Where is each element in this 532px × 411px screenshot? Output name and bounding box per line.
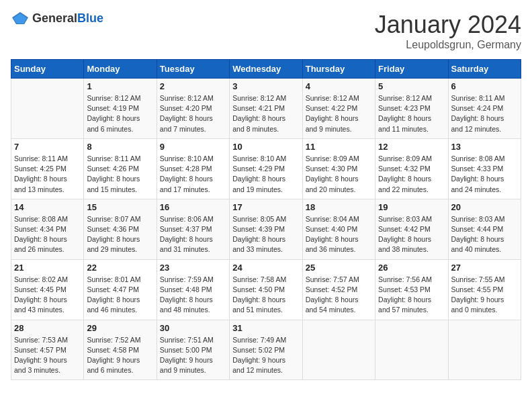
day-info: Sunrise: 8:05 AM Sunset: 4:39 PM Dayligh… [232,214,299,255]
calendar-cell: 11Sunrise: 8:09 AM Sunset: 4:30 PM Dayli… [302,138,375,199]
calendar-cell: 10Sunrise: 8:10 AM Sunset: 4:29 PM Dayli… [230,138,302,199]
calendar-cell: 30Sunrise: 7:51 AM Sunset: 5:00 PM Dayli… [157,320,229,380]
day-number: 22 [87,263,153,273]
header: GeneralBlue January 2024 Leupoldsgrun, G… [11,11,521,51]
title-area: January 2024 Leupoldsgrun, Germany [375,11,521,51]
calendar-cell: 15Sunrise: 8:07 AM Sunset: 4:36 PM Dayli… [84,199,157,259]
day-number: 15 [87,202,153,212]
day-info: Sunrise: 8:10 AM Sunset: 4:28 PM Dayligh… [160,154,226,195]
calendar-cell: 12Sunrise: 8:09 AM Sunset: 4:32 PM Dayli… [375,138,448,199]
day-info: Sunrise: 8:12 AM Sunset: 4:23 PM Dayligh… [378,93,445,134]
day-number: 18 [306,202,372,212]
logo-text: GeneralBlue [32,11,103,26]
day-number: 20 [451,202,518,212]
logo-general: General [32,11,77,25]
calendar-cell [375,320,448,380]
calendar-body: 1Sunrise: 8:12 AM Sunset: 4:19 PM Daylig… [11,79,521,380]
calendar-cell: 3Sunrise: 8:12 AM Sunset: 4:21 PM Daylig… [230,79,302,139]
day-info: Sunrise: 8:11 AM Sunset: 4:24 PM Dayligh… [451,93,518,134]
calendar-cell: 26Sunrise: 7:56 AM Sunset: 4:53 PM Dayli… [375,259,448,320]
day-number: 2 [160,81,226,91]
day-info: Sunrise: 8:12 AM Sunset: 4:19 PM Dayligh… [87,93,153,134]
day-info: Sunrise: 8:08 AM Sunset: 4:34 PM Dayligh… [14,214,81,255]
day-info: Sunrise: 8:03 AM Sunset: 4:42 PM Dayligh… [378,214,445,255]
day-number: 12 [378,142,445,152]
day-number: 13 [451,142,518,152]
calendar-cell: 5Sunrise: 8:12 AM Sunset: 4:23 PM Daylig… [375,79,448,139]
day-info: Sunrise: 8:07 AM Sunset: 4:36 PM Dayligh… [87,214,153,255]
day-number: 14 [14,202,81,212]
logo: GeneralBlue [11,11,103,26]
calendar-cell: 22Sunrise: 8:01 AM Sunset: 4:47 PM Dayli… [84,259,157,320]
month-title: January 2024 [375,11,521,39]
day-number: 23 [160,263,226,273]
calendar-cell: 8Sunrise: 8:11 AM Sunset: 4:26 PM Daylig… [84,138,157,199]
day-info: Sunrise: 7:58 AM Sunset: 4:50 PM Dayligh… [232,275,299,316]
calendar-cell [448,320,521,380]
calendar-header-sunday: Sunday [11,60,84,79]
day-info: Sunrise: 7:56 AM Sunset: 4:53 PM Dayligh… [378,275,445,316]
calendar-week-row: 21Sunrise: 8:02 AM Sunset: 4:45 PM Dayli… [11,259,521,320]
day-number: 21 [14,263,81,273]
calendar-cell [11,79,84,139]
day-number: 30 [160,323,226,333]
day-info: Sunrise: 8:02 AM Sunset: 4:45 PM Dayligh… [14,275,81,316]
day-number: 6 [451,81,518,91]
day-number: 5 [378,81,445,91]
day-info: Sunrise: 7:52 AM Sunset: 4:58 PM Dayligh… [87,335,153,376]
calendar-week-row: 7Sunrise: 8:11 AM Sunset: 4:25 PM Daylig… [11,138,521,199]
calendar-cell: 27Sunrise: 7:55 AM Sunset: 4:55 PM Dayli… [448,259,521,320]
calendar-cell: 14Sunrise: 8:08 AM Sunset: 4:34 PM Dayli… [11,199,84,259]
day-number: 11 [306,142,372,152]
calendar-cell: 24Sunrise: 7:58 AM Sunset: 4:50 PM Dayli… [230,259,302,320]
day-info: Sunrise: 7:57 AM Sunset: 4:52 PM Dayligh… [306,275,372,316]
day-number: 27 [451,263,518,273]
calendar-cell: 2Sunrise: 8:12 AM Sunset: 4:20 PM Daylig… [157,79,229,139]
day-number: 25 [306,263,372,273]
day-info: Sunrise: 8:11 AM Sunset: 4:26 PM Dayligh… [87,154,153,195]
day-info: Sunrise: 8:03 AM Sunset: 4:44 PM Dayligh… [451,214,518,255]
day-info: Sunrise: 8:10 AM Sunset: 4:29 PM Dayligh… [232,154,299,195]
day-info: Sunrise: 7:53 AM Sunset: 4:57 PM Dayligh… [14,335,81,376]
calendar-cell: 23Sunrise: 7:59 AM Sunset: 4:48 PM Dayli… [157,259,229,320]
calendar-header-friday: Friday [375,60,448,79]
calendar-week-row: 28Sunrise: 7:53 AM Sunset: 4:57 PM Dayli… [11,320,521,380]
day-info: Sunrise: 8:01 AM Sunset: 4:47 PM Dayligh… [87,275,153,316]
day-info: Sunrise: 8:06 AM Sunset: 4:37 PM Dayligh… [160,214,226,255]
day-info: Sunrise: 7:51 AM Sunset: 5:00 PM Dayligh… [160,335,226,376]
day-info: Sunrise: 8:12 AM Sunset: 4:22 PM Dayligh… [306,93,372,134]
day-number: 29 [87,323,153,333]
calendar-cell [302,320,375,380]
calendar-cell: 19Sunrise: 8:03 AM Sunset: 4:42 PM Dayli… [375,199,448,259]
calendar-cell: 31Sunrise: 7:49 AM Sunset: 5:02 PM Dayli… [230,320,302,380]
calendar-cell: 1Sunrise: 8:12 AM Sunset: 4:19 PM Daylig… [84,79,157,139]
calendar-cell: 25Sunrise: 7:57 AM Sunset: 4:52 PM Dayli… [302,259,375,320]
day-info: Sunrise: 8:12 AM Sunset: 4:21 PM Dayligh… [232,93,299,134]
calendar-week-row: 1Sunrise: 8:12 AM Sunset: 4:19 PM Daylig… [11,79,521,139]
calendar-header-wednesday: Wednesday [230,60,302,79]
day-number: 17 [232,202,299,212]
day-info: Sunrise: 8:04 AM Sunset: 4:40 PM Dayligh… [306,214,372,255]
day-number: 8 [87,142,153,152]
day-info: Sunrise: 8:09 AM Sunset: 4:30 PM Dayligh… [306,154,372,195]
day-number: 4 [306,81,372,91]
calendar-cell: 13Sunrise: 8:08 AM Sunset: 4:33 PM Dayli… [448,138,521,199]
calendar-cell: 9Sunrise: 8:10 AM Sunset: 4:28 PM Daylig… [157,138,229,199]
day-number: 1 [87,81,153,91]
day-number: 19 [378,202,445,212]
day-number: 16 [160,202,226,212]
logo-icon [11,11,30,26]
day-number: 24 [232,263,299,273]
calendar-header-tuesday: Tuesday [157,60,229,79]
day-info: Sunrise: 8:08 AM Sunset: 4:33 PM Dayligh… [451,154,518,195]
calendar-cell: 7Sunrise: 8:11 AM Sunset: 4:25 PM Daylig… [11,138,84,199]
logo-blue: Blue [77,11,103,25]
day-number: 10 [232,142,299,152]
calendar-header-saturday: Saturday [448,60,521,79]
day-info: Sunrise: 7:59 AM Sunset: 4:48 PM Dayligh… [160,275,226,316]
day-number: 3 [232,81,299,91]
location-title: Leupoldsgrun, Germany [375,39,521,51]
calendar-cell: 29Sunrise: 7:52 AM Sunset: 4:58 PM Dayli… [84,320,157,380]
day-number: 26 [378,263,445,273]
calendar-week-row: 14Sunrise: 8:08 AM Sunset: 4:34 PM Dayli… [11,199,521,259]
